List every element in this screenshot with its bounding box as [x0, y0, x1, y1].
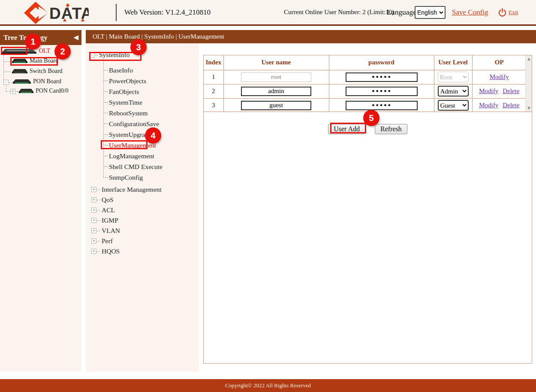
menu-item-label: UserManagement: [108, 142, 156, 149]
menu-item-snmpconfig[interactable]: SnmpConfig: [103, 172, 199, 183]
menu-connector: [95, 55, 98, 55]
menu-group-hqos[interactable]: +HQOS: [86, 246, 199, 256]
username-input[interactable]: [241, 87, 311, 96]
expand-node-icon[interactable]: +: [91, 249, 96, 254]
language-select[interactable]: English: [415, 6, 446, 19]
footer: Copyright© 2022 All Rights Reserved: [0, 379, 536, 392]
copyright-text: Copyright© 2022 All Rights Reserved: [225, 382, 311, 389]
menu-item-systemupgrade[interactable]: SystemUpgrade: [103, 129, 199, 140]
menu-group-label: Perf: [102, 237, 113, 245]
menu-group-igmp[interactable]: +IGMP: [86, 215, 199, 226]
expand-node-icon[interactable]: +: [91, 208, 96, 213]
menu-group-vlan[interactable]: +VLAN: [86, 226, 199, 236]
tree-node-label: Main Board: [30, 57, 58, 64]
expand-node-icon[interactable]: +: [91, 218, 96, 223]
menu-item-usermanagement[interactable]: UserManagement: [103, 140, 199, 151]
tree-node-olt[interactable]: OLT: [1, 48, 50, 54]
menu-node-label: SystemInfo: [99, 51, 129, 59]
user-table-header-row: Index User name password User Level OP: [204, 55, 526, 70]
menu-item-baseinfo[interactable]: BaseInfo: [103, 65, 199, 75]
column-header-index: Index: [204, 55, 223, 70]
menu-group-label: ACL: [102, 206, 115, 214]
tree-topology-panel: Tree Topology ◀ - + OLT Main Board Switc…: [0, 30, 81, 371]
exit-link[interactable]: Exit: [509, 0, 518, 24]
menu-item-label: Shell CMD Execute: [108, 163, 163, 171]
table-scrollbar[interactable]: ▲ ▼: [525, 55, 532, 112]
menu-node-systeminfo[interactable]: - SystemInfo: [86, 49, 199, 60]
tree-node-label: PON Card0/0: [36, 87, 69, 94]
modify-link[interactable]: Modify: [479, 87, 498, 94]
collapse-node-icon[interactable]: -: [3, 80, 9, 85]
tree-node-label: Switch Board: [30, 68, 63, 75]
tree-node-pon-board[interactable]: PON Board: [12, 78, 61, 85]
menu-connector: [97, 241, 100, 241]
modify-link[interactable]: Modify: [479, 102, 498, 109]
expand-node-icon[interactable]: +: [91, 187, 96, 192]
password-input[interactable]: [346, 87, 418, 96]
password-input[interactable]: [346, 101, 418, 110]
menu-item-label: RebootSystem: [108, 109, 148, 117]
user-row-admin: 2 Admin ModifyDelete: [204, 84, 526, 98]
user-level-select[interactable]: Guest: [438, 100, 469, 111]
user-add-button[interactable]: User Add: [328, 124, 365, 134]
scroll-up-icon[interactable]: ▲: [526, 57, 532, 61]
menu-connector: [97, 220, 100, 221]
column-header-level: User Level: [434, 55, 472, 70]
collapse-panel-icon[interactable]: ◀: [73, 30, 78, 45]
expand-node-icon[interactable]: +: [91, 228, 96, 233]
menu-item-label: SystemTime: [108, 99, 142, 106]
header-divider: [116, 4, 117, 21]
index-cell: 1: [204, 70, 223, 84]
menu-item-shell-cmd-execute[interactable]: Shell CMD Execute: [103, 161, 199, 172]
refresh-button[interactable]: Refresh: [375, 124, 407, 134]
menu-group-acl[interactable]: +ACL: [86, 205, 199, 215]
column-header-password: password: [329, 55, 434, 70]
power-icon[interactable]: [498, 8, 507, 18]
collapse-node-icon[interactable]: -: [90, 52, 95, 57]
scroll-down-icon[interactable]: ▼: [526, 106, 532, 110]
expand-node-icon[interactable]: +: [91, 197, 96, 202]
board-device-icon: [11, 58, 28, 64]
expand-node-icon[interactable]: +: [10, 89, 15, 94]
menu-connector: [97, 210, 100, 211]
language-label: Language: [387, 0, 416, 24]
action-buttons: User Add Refresh: [204, 124, 532, 134]
user-row-root: 1 Root Modify: [204, 70, 526, 84]
menu-group-interface-management[interactable]: +Interface Management: [86, 184, 199, 195]
tree-node-main-board[interactable]: Main Board: [11, 57, 58, 64]
save-config-link[interactable]: Save Config: [452, 0, 488, 24]
menu-item-fanobjects[interactable]: FanObjects: [103, 86, 199, 97]
column-header-op: OP: [472, 55, 526, 70]
username-input[interactable]: [241, 101, 311, 110]
delete-link[interactable]: Delete: [503, 102, 519, 109]
menu-item-label: LogManagement: [108, 152, 154, 160]
menu-item-configurationsave[interactable]: ConfigurationSave: [103, 118, 199, 129]
index-cell: 3: [204, 98, 223, 112]
menu-item-powerobjects[interactable]: PowerObjects: [103, 75, 199, 86]
menu-group-qos[interactable]: +QoS: [86, 195, 199, 205]
web-version-text: Web Version: V1.2.4_210810: [124, 0, 211, 24]
menu-item-label: BaseInfo: [108, 66, 133, 74]
board-device-icon: [18, 88, 34, 94]
user-level-select: Root: [438, 72, 469, 82]
user-table-scroll-area: Index User name password User Level OP 1…: [204, 55, 532, 112]
user-level-select[interactable]: Admin: [438, 86, 469, 96]
password-input[interactable]: [346, 72, 418, 82]
menu-group-label: VLAN: [102, 227, 120, 235]
menu-item-label: FanObjects: [108, 88, 139, 96]
menu-group-perf[interactable]: +Perf: [86, 236, 199, 246]
navigation-menu: - SystemInfo BaseInfo PowerObjects FanOb…: [86, 43, 199, 371]
board-device-icon: [12, 78, 32, 85]
index-cell: 2: [204, 84, 223, 98]
menu-connector: [97, 190, 100, 190]
menu-item-logmanagement[interactable]: LogManagement: [103, 151, 199, 161]
menu-item-systemtime[interactable]: SystemTime: [103, 97, 199, 108]
delete-link[interactable]: Delete: [503, 87, 519, 94]
menu-item-rebootsystem[interactable]: RebootSystem: [103, 108, 199, 118]
menu-connector: [97, 200, 100, 200]
expand-node-icon[interactable]: +: [91, 238, 96, 244]
tree-node-switch-board[interactable]: Switch Board: [11, 68, 63, 75]
tree-node-pon-card[interactable]: PON Card0/0: [18, 87, 69, 94]
menu-group-label: HQOS: [102, 247, 120, 255]
modify-link[interactable]: Modify: [490, 73, 509, 80]
